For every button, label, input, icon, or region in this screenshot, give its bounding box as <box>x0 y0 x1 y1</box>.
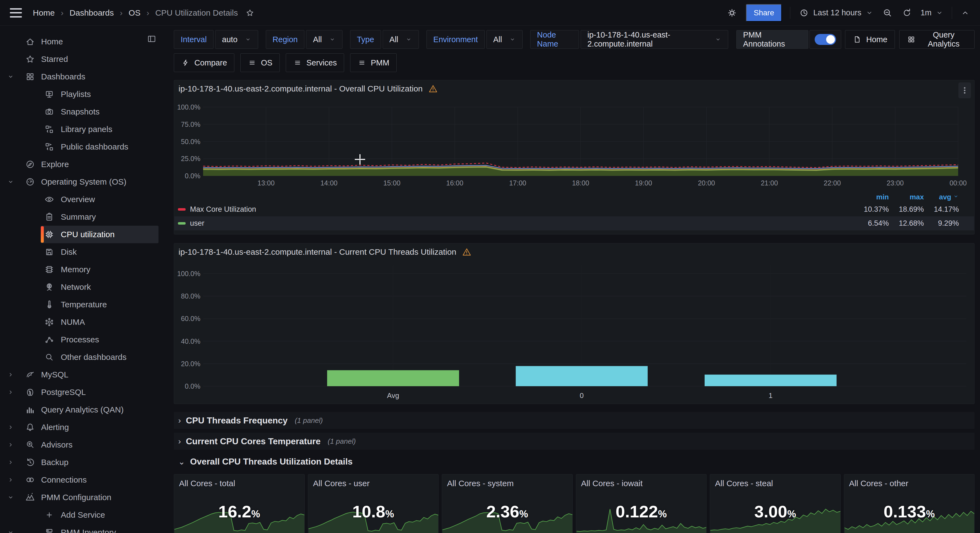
filter-node-name: Node Nameip-10-178-1-40.us-east-2.comput… <box>530 30 728 49</box>
bar-chart[interactable]: 0.0%20.0%40.0%60.0%80.0%100.0%Avg01 <box>174 258 972 404</box>
pmm-menu-button[interactable]: PMM <box>350 53 397 72</box>
legend-sort-min[interactable]: min <box>854 193 889 201</box>
chevron-down-icon <box>715 36 721 43</box>
stat-panel-all-cores-system[interactable]: All Cores - system2.36% <box>442 474 573 533</box>
panel-title[interactable]: ip-10-178-1-40.us-east-2.compute.interna… <box>178 84 423 93</box>
svg-text:16:00: 16:00 <box>446 179 463 187</box>
collapse-header-caret-icon[interactable] <box>960 8 970 18</box>
refresh-icon[interactable] <box>901 7 912 18</box>
warning-icon[interactable] <box>428 84 438 94</box>
services-menu-button[interactable]: Services <box>286 53 344 72</box>
connections-icon <box>25 474 36 485</box>
sidebar-item-temperature[interactable]: Temperature <box>0 296 164 313</box>
row-overall-cpu-threads-details[interactable]: ⌄ Overall CPU Threads Utilization Detail… <box>174 454 975 469</box>
search-icon <box>44 352 55 363</box>
time-range-label: Last 12 hours <box>813 8 861 17</box>
filter-value-dropdown[interactable]: ip-10-178-1-40.us-east-2.compute.interna… <box>581 30 728 49</box>
sidebar-item-network[interactable]: Network <box>0 278 164 296</box>
zoom-out-icon[interactable] <box>882 7 893 19</box>
svg-text:0.0%: 0.0% <box>185 172 200 180</box>
os-menu-button[interactable]: OS <box>240 53 280 72</box>
refresh-interval-picker[interactable]: 1m <box>921 8 943 17</box>
breadcrumb-os[interactable]: OS <box>129 8 140 18</box>
refresh-interval-label: 1m <box>921 8 932 17</box>
legend-sort-avg[interactable]: avg <box>924 193 959 201</box>
stat-value: 0.133% <box>844 502 975 521</box>
numa-icon <box>44 317 55 327</box>
stat-panel-all-cores-iowait[interactable]: All Cores - iowait0.122% <box>576 474 707 533</box>
qan-icon <box>25 404 36 415</box>
stat-title: All Cores - other <box>849 479 908 488</box>
sidebar-item-memory[interactable]: Memory <box>0 261 164 278</box>
sidebar-item-add-service[interactable]: Add Service <box>0 506 164 524</box>
filter-value-dropdown[interactable]: All <box>383 30 419 49</box>
stat-panel-all-cores-user[interactable]: All Cores - user10.8% <box>308 474 439 533</box>
memory-icon <box>44 264 55 275</box>
row-cpu-threads-frequency[interactable]: › CPU Threads Frequency (1 panel) <box>174 412 975 429</box>
chevron-down-icon <box>509 36 516 43</box>
sidebar-item-explore[interactable]: Explore <box>0 156 164 173</box>
time-range-picker[interactable]: Last 12 hours <box>799 7 873 18</box>
sidebar-item-pmm-configuration[interactable]: PMM Configuration <box>0 488 164 506</box>
legend-sort-max[interactable]: max <box>889 193 924 201</box>
sidebar-item-overview[interactable]: Overview <box>0 191 164 208</box>
chevron-down-icon <box>7 178 14 185</box>
panel-menu-kebab-icon[interactable] <box>958 83 971 98</box>
hamburger-menu-icon[interactable] <box>10 8 22 18</box>
stat-panel-all-cores-steal[interactable]: All Cores - steal3.00% <box>710 474 841 533</box>
sidebar-item-dashboards[interactable]: Dashboards <box>0 68 164 85</box>
sidebar-item-summary[interactable]: Summary <box>0 208 164 226</box>
eye-icon <box>44 194 55 205</box>
filter-label: Node Name <box>530 30 579 49</box>
sidebar-item-other-dashboards[interactable]: Other dashboards <box>0 348 164 366</box>
sidebar-item-operating-system-os-[interactable]: Operating System (OS) <box>0 173 164 191</box>
sidebar-item-processes[interactable]: Processes <box>0 331 164 348</box>
sidebar-item-mysql[interactable]: MySQL <box>0 366 164 383</box>
breadcrumb: Home › Dashboards › OS › CPU Utilization… <box>33 8 255 18</box>
breadcrumb-separator: › <box>61 8 64 18</box>
filter-value-dropdown[interactable]: auto <box>215 30 258 49</box>
sidebar-item-snapshots[interactable]: Snapshots <box>0 103 164 121</box>
stat-panel-all-cores-total[interactable]: All Cores - total16.2% <box>174 474 305 533</box>
sidebar-item-cpu-utilization[interactable]: CPU utilization <box>0 226 164 243</box>
sidebar-item-alerting[interactable]: Alerting <box>0 418 164 436</box>
sidebar-item-home[interactable]: Home <box>0 33 164 50</box>
sidebar-item-connections[interactable]: Connections <box>0 471 164 488</box>
row-current-cpu-cores-temperature[interactable]: › Current CPU Cores Temperature (1 panel… <box>174 433 975 450</box>
sidebar-item-numa[interactable]: NUMA <box>0 313 164 331</box>
favorite-star-icon[interactable] <box>245 8 255 18</box>
stat-title: All Cores - system <box>447 479 514 488</box>
dashboard-settings-gear-icon[interactable] <box>726 7 738 19</box>
sidebar-item-library-panels[interactable]: Library panels <box>0 121 164 138</box>
panel-title[interactable]: ip-10-178-1-40.us-east-2.compute.interna… <box>178 247 456 257</box>
sidebar-item-advisors[interactable]: Advisors <box>0 436 164 453</box>
breadcrumb-dashboards[interactable]: Dashboards <box>70 8 114 18</box>
svg-text:0: 0 <box>580 391 584 400</box>
warning-icon[interactable] <box>462 247 472 257</box>
home-dashboard-button[interactable]: Home <box>845 30 894 49</box>
legend-row-max-core-utilization[interactable]: Max Core Utilization10.37%18.69%14.17% <box>178 203 959 216</box>
timeseries-chart[interactable]: 0.0%25.0%50.0%75.0%100.0%13:0014:0015:00… <box>174 94 972 190</box>
sidebar-dock-icon[interactable] <box>146 34 157 45</box>
filter-value-dropdown[interactable]: All <box>487 30 523 49</box>
svg-text:100.0%: 100.0% <box>177 270 200 278</box>
thermometer-icon <box>44 299 55 310</box>
pmm-annotations-toggle[interactable] <box>815 34 836 45</box>
chevron-down-icon <box>406 36 412 43</box>
sidebar-item-query-analytics-qan-[interactable]: Query Analytics (QAN) <box>0 401 164 418</box>
sidebar-item-disk[interactable]: Disk <box>0 243 164 261</box>
sidebar-item-pmm-inventory[interactable]: PMM Inventory <box>0 524 164 533</box>
stat-panel-all-cores-other[interactable]: All Cores - other0.133% <box>844 474 975 533</box>
query-analytics-button[interactable]: Query Analytics <box>899 30 975 49</box>
filter-value-dropdown[interactable]: All <box>306 30 342 49</box>
share-button[interactable]: Share <box>746 4 782 22</box>
stat-value: 3.00% <box>710 502 840 521</box>
sidebar-item-public-dashboards[interactable]: Public dashboards <box>0 138 164 156</box>
sidebar-item-postgresql[interactable]: PostgreSQL <box>0 383 164 401</box>
breadcrumb-home[interactable]: Home <box>33 8 55 18</box>
legend-row-user[interactable]: user6.54%12.68%9.29% <box>174 216 974 230</box>
compare-button[interactable]: Compare <box>174 53 234 72</box>
sidebar-item-backup[interactable]: Backup <box>0 453 164 471</box>
sidebar-item-playlists[interactable]: Playlists <box>0 85 164 103</box>
sidebar-item-starred[interactable]: Starred <box>0 50 164 68</box>
